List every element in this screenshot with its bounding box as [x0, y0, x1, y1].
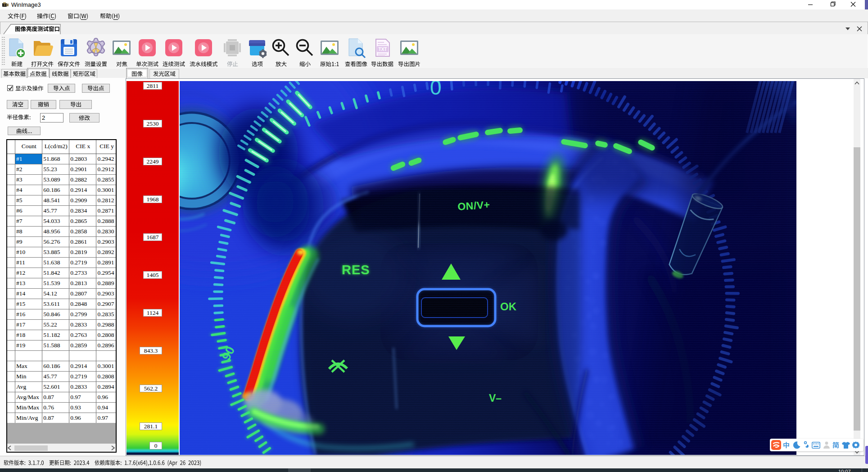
svg-text:TXT: TXT [379, 47, 387, 52]
